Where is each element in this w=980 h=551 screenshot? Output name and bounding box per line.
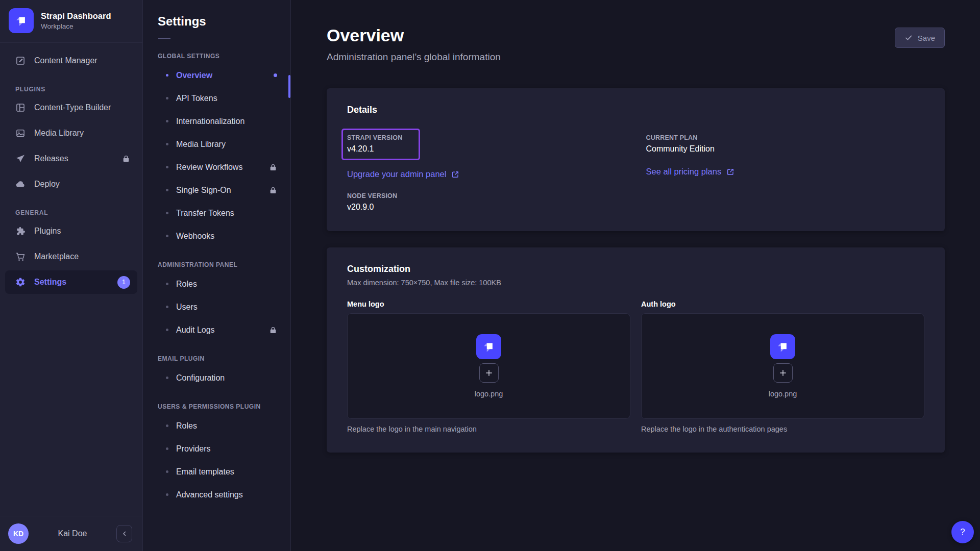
main-sidebar: Strapi Dashboard Workplace Content Manag… [0, 0, 143, 551]
workspace-brand[interactable]: Strapi Dashboard Workplace [0, 0, 142, 42]
workspace-title: Strapi Dashboard [41, 11, 111, 21]
page-title: Overview [327, 26, 501, 45]
subnav-item-label: Transfer Tokens [176, 209, 234, 218]
subnav-item-label: Media Library [176, 140, 226, 149]
auth-logo-column: Auth logo logo.png [641, 300, 924, 433]
bullet-icon [166, 143, 168, 145]
subnav-item-email-templates[interactable]: Email templates [143, 460, 290, 483]
subnav-item-label: Advanced settings [176, 490, 243, 499]
help-button[interactable]: ? [951, 521, 974, 543]
cloud-icon [15, 179, 26, 189]
sidebar-item-content-type-builder[interactable]: Content-Type Builder [5, 96, 137, 119]
subnav-item-configuration[interactable]: Configuration [143, 366, 290, 389]
sidebar-item-content-manager[interactable]: Content Manager [5, 49, 137, 72]
sidebar-item-label: Media Library [34, 129, 84, 138]
subnav-item-up-roles[interactable]: Roles [143, 414, 290, 437]
sidebar-item-label: Releases [34, 154, 68, 163]
sidebar-item-plugins[interactable]: Plugins [5, 219, 137, 243]
collapse-sidebar-button[interactable] [116, 525, 132, 542]
auth-logo-upload-box[interactable]: logo.png [641, 313, 924, 419]
subnav-item-label: Single Sign-On [176, 186, 231, 195]
menu-logo-upload-box[interactable]: logo.png [347, 313, 630, 419]
subnav-item-transfer-tokens[interactable]: Transfer Tokens [143, 202, 290, 224]
subnav-item-overview[interactable]: Overview [143, 64, 290, 87]
plus-icon [778, 368, 788, 378]
details-card-title: Details [347, 105, 924, 115]
menu-logo-column: Menu logo logo.png [347, 300, 630, 433]
bullet-icon [166, 235, 168, 237]
main-content: Overview Administration panel’s global i… [291, 0, 980, 551]
bullet-icon [166, 447, 168, 450]
page-header: Overview Administration panel’s global i… [327, 26, 945, 63]
bullet-icon [166, 212, 168, 214]
sidebar-item-media-library[interactable]: Media Library [5, 121, 137, 145]
bullet-icon [166, 120, 168, 122]
bullet-icon [166, 74, 168, 77]
details-card: Details STRAPI VERSION v4.20.1 Upgrade y… [327, 88, 945, 231]
auth-logo-caption: Replace the logo in the authentication p… [641, 425, 924, 433]
bullet-icon [166, 189, 168, 191]
sidebar-item-releases[interactable]: Releases [5, 147, 137, 170]
sidebar-section-plugins: PLUGINS [15, 86, 142, 93]
lock-icon [122, 155, 130, 163]
external-link-icon [451, 170, 459, 179]
sidebar-item-marketplace[interactable]: Marketplace [5, 245, 137, 268]
add-logo-button[interactable] [773, 363, 793, 383]
subnav-item-audit-logs[interactable]: Audit Logs [143, 318, 290, 341]
upgrade-link-label: Upgrade your admin panel [347, 169, 446, 179]
subnav-item-advanced-settings[interactable]: Advanced settings [143, 483, 290, 506]
node-version-value: v20.9.0 [347, 203, 626, 212]
subnav-item-label: Review Workflows [176, 163, 242, 172]
sidebar-item-settings[interactable]: Settings 1 [5, 270, 137, 294]
auth-logo-label: Auth logo [641, 300, 924, 308]
sidebar-item-label: Content Manager [34, 56, 97, 65]
customization-constraints: Max dimension: 750×750, Max file size: 1… [347, 279, 924, 287]
upgrade-admin-panel-link[interactable]: Upgrade your admin panel [347, 169, 459, 179]
sidebar-item-deploy[interactable]: Deploy [5, 172, 137, 196]
add-logo-button[interactable] [479, 363, 499, 383]
bullet-icon [166, 97, 168, 99]
bullet-icon [166, 306, 168, 308]
subnav-scroll-indicator[interactable] [288, 75, 290, 98]
auth-logo-filename: logo.png [769, 390, 797, 398]
pricing-plans-link[interactable]: See all pricing plans [646, 167, 735, 177]
lock-icon [269, 163, 277, 171]
avatar[interactable]: KD [8, 523, 29, 544]
details-left-column: STRAPI VERSION v4.20.1 Upgrade your admi… [347, 122, 626, 212]
bullet-icon [166, 283, 168, 285]
sidebar-item-label: Content-Type Builder [34, 103, 111, 112]
sidebar-item-label: Marketplace [34, 252, 79, 261]
current-plan-value: Community Edition [646, 144, 925, 154]
subnav-title-rule [158, 38, 170, 39]
customization-card-title: Customization [347, 264, 924, 274]
strapi-logo-icon [476, 334, 501, 359]
pen-icon [15, 56, 26, 66]
subnav-item-label: Internationalization [176, 117, 244, 126]
subnav-item-label: Providers [176, 444, 211, 454]
details-right-column: CURRENT PLAN Community Edition See all p… [646, 122, 925, 212]
save-button[interactable]: Save [895, 28, 945, 48]
menu-logo-label: Menu logo [347, 300, 630, 308]
customization-card: Customization Max dimension: 750×750, Ma… [327, 247, 945, 453]
strapi-version-highlight-box: STRAPI VERSION v4.20.1 [341, 129, 420, 160]
subnav-item-label: Roles [176, 280, 197, 289]
subnav-item-roles[interactable]: Roles [143, 272, 290, 295]
chevron-left-icon [121, 530, 128, 537]
external-link-icon [726, 168, 734, 176]
subnav-item-providers[interactable]: Providers [143, 437, 290, 460]
save-button-label: Save [918, 34, 935, 42]
subnav-section-users-permissions: USERS & PERMISSIONS PLUGIN [158, 403, 290, 410]
active-dot-icon [274, 73, 277, 77]
subnav-item-review-workflows[interactable]: Review Workflows [143, 156, 290, 179]
subnav-item-internationalization[interactable]: Internationalization [143, 110, 290, 133]
subnav-item-users[interactable]: Users [143, 295, 290, 318]
subnav-item-webhooks[interactable]: Webhooks [143, 224, 290, 247]
bullet-icon [166, 166, 168, 168]
subnav-section-administration-panel: ADMINISTRATION PANEL [158, 261, 290, 268]
image-icon [15, 128, 26, 138]
subnav-item-single-sign-on[interactable]: Single Sign-On [143, 179, 290, 202]
subnav-item-media-library[interactable]: Media Library [143, 133, 290, 156]
bullet-icon [166, 493, 168, 496]
layout-grid-icon [15, 103, 26, 113]
subnav-item-api-tokens[interactable]: API Tokens [143, 87, 290, 110]
